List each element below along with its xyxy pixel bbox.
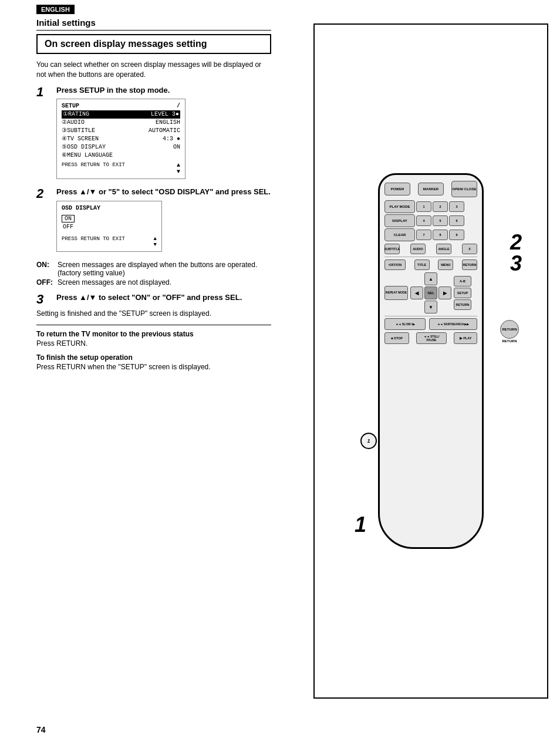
return-top-button[interactable]: RETURN bbox=[462, 259, 477, 270]
btn-6[interactable]: 6 bbox=[449, 215, 464, 226]
btn-8[interactable]: 8 bbox=[433, 230, 448, 240]
page-number: 74 bbox=[36, 725, 46, 734]
off-on-button[interactable]: •OFF/ON bbox=[384, 259, 406, 270]
bottom-sections: To return the TV monitor to the previous… bbox=[36, 325, 271, 371]
play-mode-button[interactable]: PLAY MODE bbox=[384, 200, 415, 213]
subtitle-row: SUBTITLE AUDIO ANGLE 0 bbox=[384, 244, 477, 254]
btn-9[interactable]: 9 bbox=[449, 230, 464, 240]
ab-button[interactable]: A-B bbox=[454, 276, 471, 286]
return-section-title: To return the TV monitor to the previous… bbox=[36, 330, 271, 338]
marker-button[interactable]: MARKER bbox=[418, 183, 444, 195]
setup-button[interactable]: SETUP bbox=[454, 288, 471, 298]
step-1-screen-title: SETUP / bbox=[62, 103, 180, 109]
step-1-title: Press SETUP in the stop mode. bbox=[56, 86, 283, 96]
step-1-press-return: PRESS RETURN TO EXIT ▲▼ bbox=[62, 162, 180, 175]
return-section-text: Press RETURN. bbox=[36, 339, 271, 348]
nav-cross: ▲ ◀ SEL ▶ ▼ bbox=[410, 272, 451, 313]
finish-section-title: To finish the setup operation bbox=[36, 353, 271, 362]
btn-1[interactable]: 1 bbox=[416, 201, 431, 212]
step-2-on-selected: ON bbox=[62, 215, 157, 223]
nav-left-button[interactable]: ◀ bbox=[410, 286, 423, 299]
clear-button[interactable]: CLEAR bbox=[384, 228, 415, 241]
offon-row: •OFF/ON TITLE MENU RETURN bbox=[384, 259, 477, 270]
open-close-button[interactable]: OPEN/ CLOSE bbox=[451, 181, 477, 197]
step-1-screen: SETUP / ①RATINGLEVEL 3● ②AUDIOENGLISH ③S… bbox=[56, 99, 185, 179]
step-1-row-5: ⑥MENU LANGUAGE bbox=[62, 151, 180, 160]
divider-1 bbox=[384, 257, 477, 257]
remote-wrapper: 2 3 POWER MARKER OPEN/ CLOSE PLAY MODE 1… bbox=[372, 156, 490, 567]
step-2-screen: OSD DISPLAY ON OFF PRESS RETURN TO EXIT … bbox=[56, 201, 162, 252]
step-3: 3 Press ▲/▼ to select "ON" or "OFF" and … bbox=[36, 293, 283, 306]
skip-button[interactable]: ◄◄ SKIP/SEARCH ▶▶ bbox=[429, 318, 477, 330]
step-1-row-2: ③SUBTITLEAUTOMATIC bbox=[62, 127, 180, 135]
off-label: OFF: bbox=[36, 278, 58, 287]
playback-row: ■ STOP ◄◄ STILL/ PAUSE ▶ PLAY bbox=[384, 332, 477, 344]
on-off-desc: ON: Screen messages are displayed when t… bbox=[36, 260, 271, 287]
return-standalone-label: RETURN bbox=[500, 339, 519, 343]
remote-container: 2 3 POWER MARKER OPEN/ CLOSE PLAY MODE 1… bbox=[313, 23, 548, 699]
step-1-row-1: ②AUDIOENGLISH bbox=[62, 119, 180, 127]
step-2-number: 2 bbox=[36, 187, 53, 200]
btn-4[interactable]: 4 bbox=[416, 215, 431, 226]
step-2-off-label: OFF bbox=[62, 224, 157, 230]
menu-button[interactable]: MENU bbox=[438, 259, 453, 270]
step-1-circle: 1 bbox=[360, 433, 377, 449]
remote-step-label-1: 1 bbox=[355, 513, 366, 537]
step-3-title: Press ▲/▼ to select "ON" or "OFF" and pr… bbox=[56, 293, 242, 302]
step-1-row-4: ⑤OSD DISPLAYON bbox=[62, 143, 180, 151]
off-desc-row: OFF: Screen messages are not displayed. bbox=[36, 278, 271, 287]
on-desc-row: ON: Screen messages are displayed when t… bbox=[36, 260, 271, 278]
step-3-content: Press ▲/▼ to select "ON" or "OFF" and pr… bbox=[56, 293, 242, 304]
on-label: ON: bbox=[36, 260, 58, 278]
step-2-content: Press ▲/▼ or "5" to select "OSD DISPLAY"… bbox=[56, 187, 283, 252]
step-1-row-0: ①RATINGLEVEL 3● bbox=[62, 110, 180, 119]
slow-button[interactable]: ◄◄ SLOW I▶ bbox=[384, 318, 426, 330]
step-1-row-3: ④TV SCREEN4:3 ● bbox=[62, 135, 180, 143]
repeat-mode-button[interactable]: REPEAT MODE bbox=[384, 286, 408, 300]
return-nav-button[interactable]: RETURN bbox=[454, 299, 471, 310]
nav-down-button[interactable]: ▼ bbox=[424, 301, 437, 313]
title-button[interactable]: TITLE bbox=[414, 259, 430, 270]
osd-box-title: On screen display messages setting bbox=[45, 39, 263, 49]
angle-button[interactable]: ANGLE bbox=[436, 244, 451, 254]
play-button[interactable]: ▶ PLAY bbox=[454, 332, 477, 344]
step-1: 1 Press SETUP in the stop mode. SETUP / … bbox=[36, 86, 283, 180]
return-standalone: RETURN RETURN bbox=[500, 320, 519, 343]
display-row: DISPLAY 4 5 6 bbox=[384, 214, 477, 227]
off-text: Screen messages are not displayed. bbox=[58, 278, 271, 287]
btn-0[interactable]: 0 bbox=[462, 244, 477, 254]
intro-text: You can select whether on screen display… bbox=[36, 60, 271, 80]
step-1-number: 1 bbox=[36, 86, 53, 99]
finish-section-text: Press RETURN when the "SETUP" screen is … bbox=[36, 363, 271, 371]
osd-section-box: On screen display messages setting bbox=[36, 34, 271, 54]
step-2: 2 Press ▲/▼ or "5" to select "OSD DISPLA… bbox=[36, 187, 283, 252]
audio-button[interactable]: AUDIO bbox=[410, 244, 426, 254]
remote-step-label-23: 2 3 bbox=[510, 232, 522, 274]
btn-2[interactable]: 2 bbox=[433, 201, 448, 212]
divider-2 bbox=[384, 316, 477, 316]
slow-skip-row: ◄◄ SLOW I▶ ◄◄ SKIP/SEARCH ▶▶ bbox=[384, 318, 477, 330]
sel-button[interactable]: SEL bbox=[424, 286, 437, 299]
remote-body: POWER MARKER OPEN/ CLOSE PLAY MODE 1 2 3… bbox=[378, 173, 484, 549]
power-button[interactable]: POWER bbox=[384, 183, 410, 195]
return-standalone-button[interactable]: RETURN bbox=[500, 320, 519, 339]
step-1-content: Press SETUP in the stop mode. SETUP / ①R… bbox=[56, 86, 283, 180]
remote-inner: POWER MARKER OPEN/ CLOSE PLAY MODE 1 2 3… bbox=[380, 175, 482, 547]
step-3-number: 3 bbox=[36, 293, 53, 306]
english-badge: ENGLISH bbox=[36, 5, 75, 14]
nav-section: REPEAT MODE ▲ ◀ SEL ▶ ▼ A-B bbox=[384, 272, 477, 313]
step-2-title: Press ▲/▼ or "5" to select "OSD DISPLAY"… bbox=[56, 187, 283, 197]
initial-settings-title: Initial settings bbox=[36, 18, 271, 31]
still-pause-button[interactable]: ◄◄ STILL/ PAUSE bbox=[416, 332, 447, 344]
top-button-row: POWER MARKER OPEN/ CLOSE bbox=[384, 181, 477, 197]
display-button[interactable]: DISPLAY bbox=[384, 214, 415, 227]
clear-row: CLEAR 7 8 9 bbox=[384, 228, 477, 241]
play-mode-row: PLAY MODE 1 2 3 bbox=[384, 200, 477, 213]
stop-button[interactable]: ■ STOP bbox=[384, 332, 409, 344]
nav-right-button[interactable]: ▶ bbox=[438, 286, 451, 299]
btn-5[interactable]: 5 bbox=[433, 215, 448, 226]
btn-3[interactable]: 3 bbox=[449, 201, 464, 212]
subtitle-button[interactable]: SUBTITLE bbox=[384, 244, 400, 254]
nav-up-button[interactable]: ▲ bbox=[424, 272, 437, 285]
btn-7[interactable]: 7 bbox=[416, 230, 431, 240]
